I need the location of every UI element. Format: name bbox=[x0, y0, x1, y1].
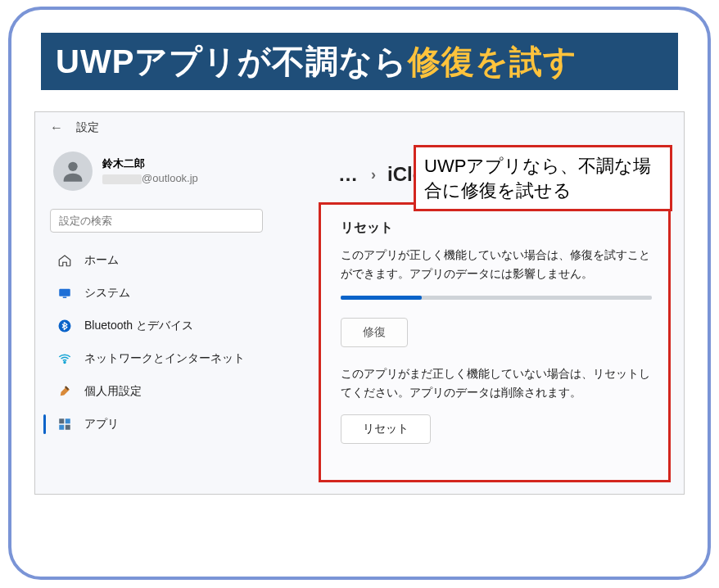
svg-point-0 bbox=[68, 162, 77, 171]
window-title: 設定 bbox=[76, 120, 99, 135]
svg-rect-8 bbox=[59, 425, 64, 430]
sidebar-item-network[interactable]: ネットワークとインターネット bbox=[50, 342, 256, 375]
sidebar-item-label: ホーム bbox=[84, 253, 119, 268]
sidebar-item-apps[interactable]: アプリ bbox=[50, 408, 256, 441]
sidebar-item-label: システム bbox=[84, 286, 130, 301]
back-icon[interactable]: ← bbox=[50, 120, 63, 135]
email-redacted bbox=[102, 174, 142, 184]
sidebar-item-bluetooth[interactable]: Bluetooth とデバイス bbox=[50, 310, 256, 342]
system-icon bbox=[57, 285, 73, 301]
sidebar-item-personalization[interactable]: 個人用設定 bbox=[50, 375, 256, 408]
avatar bbox=[53, 152, 93, 191]
search-input[interactable] bbox=[50, 209, 263, 233]
headline-part1: UWPアプリが不調なら bbox=[56, 43, 408, 79]
sidebar-item-system[interactable]: システム bbox=[50, 277, 256, 310]
reset-heading: リセット bbox=[341, 219, 652, 237]
annotation-callout: UWPアプリなら、不調な場合に修復を試せる bbox=[414, 145, 672, 211]
svg-rect-6 bbox=[59, 418, 64, 423]
profile-email: @outlook.jp bbox=[102, 171, 198, 186]
headline-part2: 修復を試す bbox=[408, 43, 577, 79]
repair-progress-bar bbox=[341, 296, 652, 300]
sidebar-item-label: ネットワークとインターネット bbox=[84, 351, 245, 366]
sidebar-item-home[interactable]: ホーム bbox=[50, 244, 256, 277]
profile-name: 鈴木二郎 bbox=[102, 156, 198, 171]
chevron-right-icon: › bbox=[371, 166, 376, 183]
repair-button[interactable]: 修復 bbox=[341, 318, 408, 347]
svg-rect-9 bbox=[66, 425, 70, 430]
reset-button[interactable]: リセット bbox=[341, 414, 431, 444]
sidebar-item-label: Bluetooth とデバイス bbox=[84, 319, 193, 333]
reset-description: このアプリがまだ正しく機能していない場合は、リセットしてください。アプリのデータ… bbox=[341, 365, 652, 403]
apps-icon bbox=[57, 416, 73, 432]
brush-icon bbox=[57, 383, 73, 400]
svg-rect-2 bbox=[63, 297, 67, 299]
article-headline: UWPアプリが不調なら修復を試す bbox=[41, 33, 678, 90]
home-icon bbox=[57, 252, 73, 269]
breadcrumb-ellipsis[interactable]: … bbox=[338, 163, 360, 186]
bluetooth-icon bbox=[57, 318, 73, 334]
reset-panel: リセット このアプリが正しく機能していない場合は、修復を試すことができます。アプ… bbox=[319, 202, 671, 482]
wifi-icon bbox=[57, 351, 73, 367]
svg-rect-1 bbox=[59, 289, 70, 296]
sidebar-item-label: アプリ bbox=[84, 417, 119, 432]
svg-rect-7 bbox=[66, 418, 70, 423]
settings-window: ← 設定 鈴木二郎 @outlook.jp … › iCloud 🔍 ホーム bbox=[34, 111, 685, 495]
repair-description: このアプリが正しく機能していない場合は、修復を試すことができます。アプリのデータ… bbox=[341, 247, 652, 284]
sidebar-item-label: 個人用設定 bbox=[84, 384, 142, 399]
svg-point-4 bbox=[64, 362, 66, 364]
